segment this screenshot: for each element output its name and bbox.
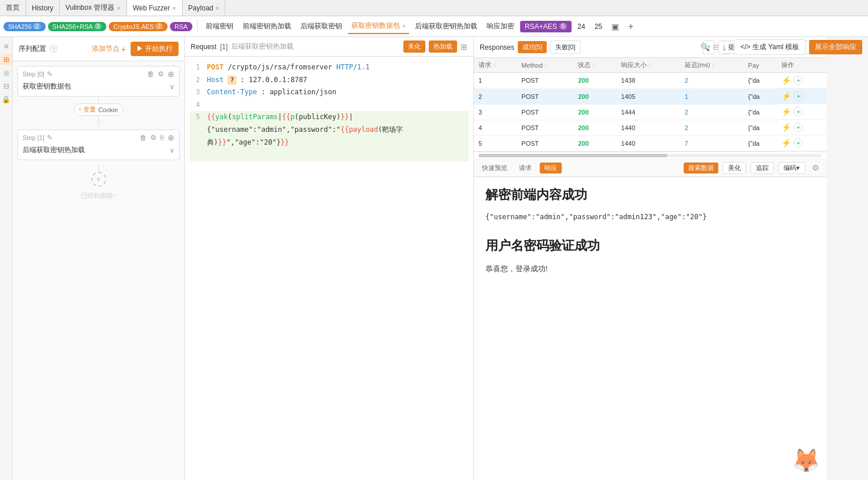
col-status[interactable]: 状态 ↕ (573, 58, 616, 73)
sidebar-icon-3[interactable]: ◎ (1, 67, 12, 79)
toolbar-tab-backend-getkey[interactable]: 后端获取密钥 (297, 19, 346, 34)
bottom-tab-response[interactable]: 响应 (540, 163, 562, 173)
sidebar-icon-5[interactable]: 🔒 (1, 94, 12, 105)
table-row[interactable]: 4 POST 200 1440 2 {"da ⚡ + (474, 120, 826, 135)
generate-yaml-button[interactable]: </> 生成 Yaml 模板 (734, 39, 806, 55)
trace-button[interactable]: 追踪 (751, 162, 774, 174)
top-right-actions: ↑ ↓ </> 生成 Yaml 模板 展示全部响应 (703, 39, 862, 55)
step0-chevron[interactable]: ∨ (169, 83, 175, 91)
download-icon[interactable]: ↓ (718, 40, 730, 54)
warning-icon: ! (79, 106, 81, 113)
chip-sha256plus[interactable]: SHA256+RSA 3 (48, 22, 107, 31)
col-request[interactable]: 请求 ↕ (474, 58, 517, 73)
toolbar-tab-qianduanmiyao[interactable]: 前端密钥 (202, 19, 237, 34)
show-all-resp-button[interactable]: 展示全部响应 (809, 40, 862, 54)
resp-settings-icon[interactable]: ⚙ (810, 162, 822, 173)
step1-delete-icon[interactable]: 🗑 (140, 134, 147, 142)
sort-icon-status: ↕ (593, 62, 596, 68)
steps-list: Step [0] ✎ 🗑 ⚙ ⊕ 获取密钥数据包 ∨ (13, 61, 184, 480)
col-pay[interactable]: Pay (744, 58, 777, 73)
table-row[interactable]: 1 POST 200 1438 2 {"da ⚡ + (474, 73, 826, 89)
step0-expand-icon[interactable]: ⊕ (168, 69, 175, 79)
bottom-tab-quick[interactable]: 快速预览 (478, 163, 511, 173)
beautify-button[interactable]: 美化 (403, 40, 425, 53)
col-size[interactable]: 响应大小 ↕ (617, 58, 680, 73)
add-node-button[interactable]: 添加节点 + (92, 44, 125, 54)
search-data-button[interactable]: 搜索数据 (684, 163, 718, 173)
sidebar-icon-1[interactable]: ≡ (1, 40, 12, 52)
request-title: Request (191, 43, 217, 51)
toolbar-tab-rsa-aes[interactable]: RSA+AES 5 (520, 21, 572, 32)
table-row[interactable]: 3 POST 200 1444 2 {"da ⚡ + (474, 104, 826, 120)
step0-delete-icon[interactable]: 🗑 (147, 70, 154, 78)
resp-heading-2: 用户名密码验证成功 (485, 237, 815, 254)
code-line-3: 3 Content-Type : application/json (190, 86, 469, 99)
code-line-1: 1 POST /crypto/js/rsa/fromserver HTTP/1.… (190, 61, 469, 74)
encoding-button[interactable]: 编码▾ (778, 162, 805, 174)
chip-crypto[interactable]: CryptoJS.AES 7 (109, 22, 168, 31)
code-line-4: 4 (190, 99, 469, 112)
tab-webfuzzer-label: Web Fuzzer (133, 4, 170, 12)
code-editor[interactable]: 1 POST /crypto/js/rsa/fromserver HTTP/1.… (185, 57, 473, 480)
beautify-resp-button[interactable]: 美化 (723, 162, 746, 174)
tab-history[interactable]: History (26, 0, 60, 16)
resp-text-2: 恭喜您，登录成功! (485, 264, 815, 274)
toolbar-tab-backend-hot[interactable]: 后端获取密钥热加载 (411, 19, 481, 34)
tab-payload[interactable]: Payload × (183, 0, 226, 16)
step1-chevron[interactable]: ∨ (169, 146, 175, 154)
steps-help-icon[interactable]: ? (50, 45, 57, 53)
table-row[interactable]: 5 POST 200 1440 7 {"da ⚡ + (474, 135, 826, 151)
response-panel: Responses 成功[5] 失败[0] 🔍 ⊟ 提取响应数据 导出数据 ⊞ … (474, 37, 826, 480)
step1-expand-icon[interactable]: ⊕ (168, 133, 175, 142)
tab-vulinbox-close[interactable]: × (117, 5, 120, 12)
tab-webfuzzer[interactable]: Web Fuzzer × (127, 0, 183, 16)
tab-webfuzzer-close[interactable]: × (172, 5, 176, 12)
fox-icon: 🦊 (792, 447, 821, 474)
chip-rsa[interactable]: RSA (170, 22, 192, 31)
steps-end-text: 已经到底啦~ (17, 191, 180, 200)
toolbar-doc-icon[interactable]: ▣ (608, 20, 622, 34)
start-execute-button[interactable]: ▶ 开始执行 (131, 42, 179, 56)
chip-sha256[interactable]: SHA256 2 (3, 22, 46, 31)
col-delay[interactable]: 延迟(ms) ↕ (680, 58, 744, 73)
toolbar-tab-getkey-close[interactable]: × (402, 23, 406, 29)
add-step-circle[interactable]: + (91, 172, 106, 187)
sidebar-icon-4[interactable]: ⊟ (1, 80, 12, 92)
step0-settings-icon[interactable]: ⚙ (158, 70, 164, 78)
step1-settings-icon[interactable]: ⚙ (150, 134, 157, 142)
responses-title: Responses (480, 43, 514, 51)
table-row[interactable]: 2 POST 200 1405 1 {"da ⚡ + (474, 88, 826, 104)
toolbar-tab-getkey-active[interactable]: 获取密钥数据包 × (348, 19, 409, 34)
step1-edit-icon[interactable]: ✎ (47, 134, 53, 142)
bottom-tab-request[interactable]: 请求 (515, 163, 535, 173)
toolbar-plus-icon[interactable]: + (625, 19, 637, 34)
tab-vulinbox-label: Vulinbox 管理器 (65, 3, 114, 13)
steps-panel: 序列配置 ? 添加节点 + ▶ 开始执行 Step [0] ✎ (13, 37, 185, 480)
success-tab-button[interactable]: 成功[5] (518, 41, 547, 53)
step1-copy-icon[interactable]: ⎘ (160, 134, 164, 142)
hot-encrypt-button[interactable]: 热加载 (429, 40, 457, 53)
response-content: 解密前端内容成功 {"username":"admin","password":… (474, 177, 826, 481)
tab-vulinbox[interactable]: Vulinbox 管理器 × (60, 0, 127, 16)
toolbar-num-24[interactable]: 24 (574, 20, 588, 33)
share-icon[interactable]: ↑ (703, 40, 715, 54)
tab-payload-close[interactable]: × (216, 5, 219, 12)
sort-icon-method: ↕ (544, 62, 547, 69)
col-method[interactable]: Method ↕ (517, 58, 573, 73)
fail-tab-button[interactable]: 失败[0] (550, 40, 580, 54)
toolbar-num-25[interactable]: 25 (591, 20, 606, 33)
code-line-2: 2 Host ? : 127.0.0.1:8787 (190, 74, 469, 87)
bottom-tabs-row: 快速预览 请求 响应 搜索数据 美化 追踪 编码▾ ⚙ (474, 160, 826, 177)
tab-home-label: 首页 (6, 3, 20, 13)
sidebar-icon-2[interactable]: ⊞ (1, 54, 12, 65)
expand-icon[interactable]: ⊞ (461, 42, 468, 51)
toolbar-tab-resp-encrypt[interactable]: 响应加密 (483, 19, 518, 34)
step1-label: Step [1] (23, 134, 44, 141)
resp-json-1: {"username":"admin","password":"admin123… (485, 213, 815, 221)
table-scrollbar[interactable] (474, 152, 826, 160)
tab-home[interactable]: 首页 (0, 0, 26, 16)
step1-name: 后端获取密钥热加载 (23, 145, 85, 155)
request-header: Request [1] 后端获取密钥热加载 美化 热加载 ⊞ (185, 37, 473, 57)
step0-edit-icon[interactable]: ✎ (47, 70, 53, 78)
toolbar-tab-qianduanmiyao-hot[interactable]: 前端密钥热加载 (239, 19, 295, 34)
